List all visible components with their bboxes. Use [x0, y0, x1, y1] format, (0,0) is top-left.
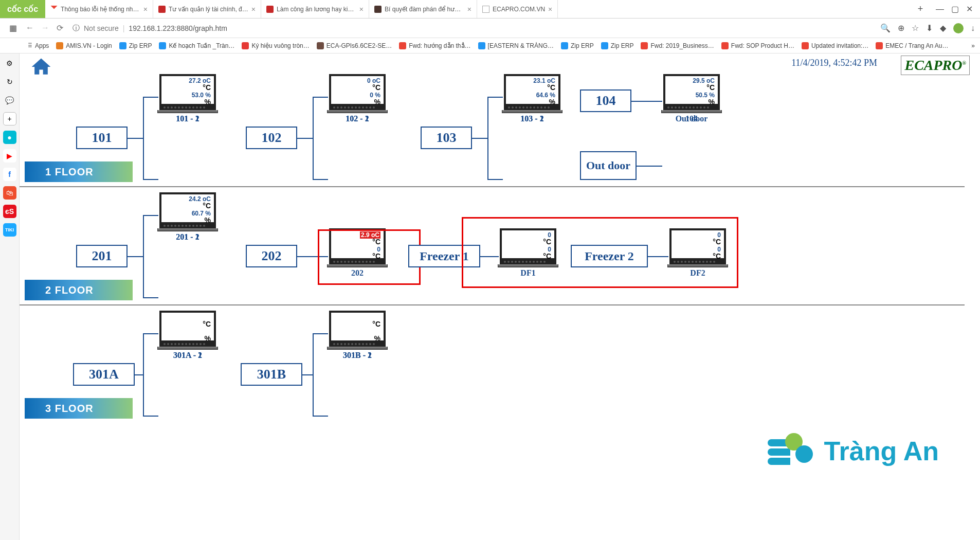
sensor-101-2[interactable]: 27.2 oC°C53.0 %%101 - 2 — [159, 74, 216, 123]
sensor-hum-unit: % — [205, 98, 211, 106]
bookmark-label: EMEC / Trang An Au… — [885, 42, 948, 49]
nav-back-icon[interactable]: ← — [26, 23, 34, 33]
zoom-icon[interactable]: 🔍 — [880, 23, 891, 33]
rail-youtube-icon[interactable]: ▶ — [3, 149, 16, 163]
extension-icon[interactable]: ◆ — [940, 23, 946, 33]
tab-favicon — [158, 6, 166, 13]
tab-label: Thông báo lỗi hệ thống nhiệt độ, ‹ — [61, 6, 140, 13]
sensor-103-2[interactable]: 23.1 oC°C64.6 %%103 - 2 — [504, 74, 560, 123]
tab-close-icon[interactable]: × — [251, 5, 256, 13]
room-104[interactable]: 104 — [580, 89, 631, 112]
bookmark-3[interactable]: Ký hiệu vuông tròn… — [242, 42, 309, 49]
room-103[interactable]: 103 — [421, 127, 472, 149]
room-202[interactable]: 202 — [246, 245, 297, 267]
bookmark-label: ECA-GPIs6.6CE2-SE… — [326, 42, 392, 49]
bookmark-0[interactable]: AMIS.VN - Login — [56, 42, 112, 49]
address-bar: ▦ ← → ⟳ ⓘ Not secure | 192.168.1.223:888… — [0, 19, 980, 38]
rail-tiki-icon[interactable]: TIKI — [3, 223, 16, 237]
bookmark-2[interactable]: Kế hoạch Tuần _Tràn… — [159, 42, 234, 49]
page-canvas: 11/4/2019, 4:52:42 PM ECAPRO® 1 FLOOR 10… — [20, 53, 980, 540]
sensor-102-2[interactable]: 0 oC°C0 %%102 - 2 — [329, 74, 386, 123]
room-201[interactable]: 201 — [76, 245, 128, 267]
info-icon[interactable]: ⓘ — [72, 24, 80, 33]
tab-favicon — [266, 6, 274, 13]
tab-favicon — [374, 6, 382, 13]
bookmark-icon — [56, 42, 63, 49]
sensor-outdoor[interactable]: 29.5 oC°C50.5 %%Out door — [663, 74, 720, 123]
bookmark-12[interactable]: EMEC / Trang An Au… — [876, 42, 948, 49]
new-tab-button[interactable]: + — [912, 0, 929, 18]
rail-messenger-icon[interactable]: 💬 — [3, 94, 16, 107]
bookmark-6[interactable]: [EASTERN & TRÀNG… — [478, 42, 554, 49]
rail-facebook-icon[interactable]: f — [3, 168, 16, 181]
sensor-301a-2[interactable]: °C%301A - 2 — [159, 311, 216, 360]
sensor-temp-unit: °C — [706, 83, 715, 92]
sensor-label: 101 - 2 — [159, 114, 216, 123]
translate-icon[interactable]: ⊕ — [898, 23, 904, 33]
window-min-icon[interactable]: ― — [936, 5, 944, 14]
bookmark-label: Updated invitation:… — [811, 42, 868, 49]
window-close-icon[interactable]: ✕ — [966, 4, 973, 14]
downloads-icon[interactable]: ↓ — [971, 24, 975, 33]
company-logo: Tràng An — [768, 433, 939, 469]
bookmark-7[interactable]: Zip ERP — [561, 42, 594, 49]
bookmark-5[interactable]: Fwd: hướng dẫn thẳ… — [399, 42, 470, 49]
bookmarks-overflow-icon[interactable]: » — [971, 42, 975, 49]
room-301b[interactable]: 301B — [241, 363, 302, 386]
room-301a[interactable]: 301A — [73, 363, 135, 386]
floor-1-row: 1 FLOOR 101 27.4 oC°C52.1 %%101 - 1 27.2… — [20, 74, 965, 187]
browser-tab-2[interactable]: Làm công ăn lương hay kinh doan× — [261, 0, 369, 18]
tab-close-icon[interactable]: × — [467, 5, 471, 13]
sensor-temp-unit: °C — [372, 320, 380, 328]
apps-button[interactable]: ⠿ Apps — [28, 42, 49, 49]
bookmark-icon — [561, 42, 568, 49]
tab-close-icon[interactable]: × — [359, 5, 364, 13]
browser-tab-1[interactable]: Tư vấn quản lý tài chính, đầu tư &× — [153, 0, 261, 18]
room-101[interactable]: 101 — [76, 127, 128, 149]
star-icon[interactable]: ☆ — [912, 23, 919, 33]
sensor-201-2[interactable]: 24.2 oC°C60.7 %%201 - 2 — [159, 192, 216, 242]
rail-history-icon[interactable]: ↻ — [3, 75, 16, 88]
rail-shopee-icon[interactable]: 🛍 — [3, 186, 16, 200]
sensor-hum-unit: % — [374, 98, 380, 106]
bookmark-8[interactable]: Zip ERP — [601, 42, 634, 49]
bookmark-label: Zip ERP — [129, 42, 152, 49]
company-name: Tràng An — [824, 436, 939, 466]
floor-3-label: 3 FLOOR — [25, 398, 133, 419]
bookmark-10[interactable]: Fwd: SOP Product H… — [721, 42, 794, 49]
sensor-temp-unit: °C — [203, 83, 211, 92]
room-outdoor[interactable]: Out door — [580, 151, 637, 180]
bookmark-11[interactable]: Updated invitation:… — [802, 42, 868, 49]
rail-app-1-icon[interactable]: ● — [3, 131, 16, 144]
sensor-301b-2[interactable]: °C%301B - 2 — [329, 311, 386, 360]
bookmark-icon — [601, 42, 608, 49]
room-102[interactable]: 102 — [246, 127, 297, 149]
browser-tab-3[interactable]: Bí quyết đàm phán để hưởng mức× — [369, 0, 477, 18]
sidebar-toggle-icon[interactable]: ▦ — [9, 23, 17, 33]
bookmark-1[interactable]: Zip ERP — [119, 42, 152, 49]
bookmark-icon — [119, 42, 126, 49]
bookmark-9[interactable]: Fwd: 2019_Business… — [641, 42, 714, 49]
tab-close-icon[interactable]: × — [143, 5, 148, 13]
floor-3-row: 3 FLOOR 301A °C%301A - 1 °C%301A - 2 301… — [20, 311, 965, 423]
tab-close-icon[interactable]: × — [548, 5, 552, 13]
bookmark-4[interactable]: ECA-GPIs6.6CE2-SE… — [317, 42, 392, 49]
tab-label: ECAPRO.COM.VN — [493, 6, 545, 13]
url-text: 192.168.1.223:8880/graph.htm — [129, 24, 227, 32]
rail-sendo-icon[interactable]: єЅ — [3, 205, 16, 218]
browser-tab-0[interactable]: Thông báo lỗi hệ thống nhiệt độ, ‹× — [45, 0, 153, 18]
download-icon[interactable]: ⬇ — [926, 23, 933, 33]
url-field[interactable]: ⓘ Not secure | 192.168.1.223:8880/graph.… — [68, 22, 875, 35]
nav-forward-icon[interactable]: → — [41, 23, 49, 33]
sensor-temp-unit: °C — [203, 202, 211, 210]
nav-reload-icon[interactable]: ⟳ — [57, 23, 63, 33]
browser-tab-4[interactable]: ECAPRO.COM.VN× — [477, 0, 558, 18]
rail-settings-icon[interactable]: ⚙ — [3, 57, 16, 70]
sensor-label: Out door — [663, 114, 720, 123]
bookmark-label: Fwd: 2019_Business… — [650, 42, 714, 49]
tab-list: Thông báo lỗi hệ thống nhiệt độ, ‹×Tư vấ… — [45, 0, 912, 18]
sensor-label: 201 - 2 — [159, 232, 216, 242]
profile-avatar[interactable] — [953, 23, 964, 33]
window-max-icon[interactable]: ▢ — [951, 4, 959, 14]
rail-add-button[interactable]: + — [3, 112, 16, 125]
